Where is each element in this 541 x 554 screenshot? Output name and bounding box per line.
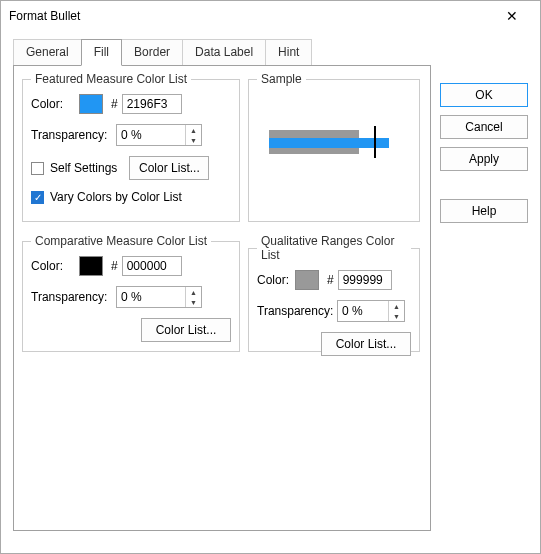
help-button[interactable]: Help <box>440 199 528 223</box>
ok-button[interactable]: OK <box>440 83 528 107</box>
spin-up-icon[interactable]: ▲ <box>389 301 404 311</box>
sample-group: Sample <box>248 72 420 222</box>
featured-transparency-label: Transparency: <box>31 128 116 142</box>
spin-up-icon[interactable]: ▲ <box>186 125 201 135</box>
spin-down-icon[interactable]: ▼ <box>389 311 404 321</box>
qualitative-legend: Qualitative Ranges Color List <box>257 234 411 262</box>
featured-transparency-spinner[interactable]: ▲▼ <box>116 124 202 146</box>
comparative-transparency-value[interactable] <box>117 287 185 307</box>
checkbox-checked-icon: ✓ <box>31 191 44 204</box>
self-settings-checkbox[interactable]: Self Settings <box>31 161 117 175</box>
apply-button[interactable]: Apply <box>440 147 528 171</box>
close-icon[interactable]: ✕ <box>492 1 532 31</box>
qualitative-color-list-button[interactable]: Color List... <box>321 332 411 356</box>
spin-down-icon[interactable]: ▼ <box>186 297 201 307</box>
spin-up-icon[interactable]: ▲ <box>186 287 201 297</box>
featured-transparency-value[interactable] <box>117 125 185 145</box>
self-settings-label: Self Settings <box>50 161 117 175</box>
checkbox-icon <box>31 162 44 175</box>
vary-colors-label: Vary Colors by Color List <box>50 190 182 204</box>
tab-data-label[interactable]: Data Label <box>182 39 266 65</box>
tab-general[interactable]: General <box>13 39 82 65</box>
qualitative-transparency-label: Transparency: <box>257 304 337 318</box>
sample-legend: Sample <box>257 72 306 86</box>
hash-label: # <box>111 259 118 273</box>
comparative-color-label: Color: <box>31 259 79 273</box>
qualitative-transparency-value[interactable] <box>338 301 388 321</box>
featured-color-label: Color: <box>31 97 79 111</box>
sample-comparative-marker <box>374 126 376 158</box>
tab-border[interactable]: Border <box>121 39 183 65</box>
title-bar: Format Bullet ✕ <box>1 1 540 31</box>
comparative-hex-input[interactable] <box>122 256 182 276</box>
vary-colors-checkbox[interactable]: ✓ Vary Colors by Color List <box>31 190 182 204</box>
hash-label: # <box>327 273 334 287</box>
button-sidebar: OK Cancel Apply Help <box>440 83 528 223</box>
qualitative-hex-input[interactable] <box>338 270 392 290</box>
comparative-transparency-spinner[interactable]: ▲▼ <box>116 286 202 308</box>
featured-hex-input[interactable] <box>122 94 182 114</box>
comparative-group: Comparative Measure Color List Color: # … <box>22 234 240 352</box>
sample-bullet-preview <box>269 124 399 164</box>
qualitative-color-swatch[interactable] <box>295 270 319 290</box>
window-title: Format Bullet <box>9 9 492 23</box>
comparative-legend: Comparative Measure Color List <box>31 234 211 248</box>
featured-group: Featured Measure Color List Color: # Tra… <box>22 72 240 222</box>
sample-featured-bar <box>269 138 389 148</box>
featured-color-swatch[interactable] <box>79 94 103 114</box>
qualitative-color-label: Color: <box>257 273 295 287</box>
tab-hint[interactable]: Hint <box>265 39 312 65</box>
featured-color-list-button[interactable]: Color List... <box>129 156 209 180</box>
dialog-content: General Fill Border Data Label Hint Feat… <box>1 31 540 553</box>
qualitative-transparency-spinner[interactable]: ▲▼ <box>337 300 405 322</box>
comparative-color-list-button[interactable]: Color List... <box>141 318 231 342</box>
tab-panel: Featured Measure Color List Color: # Tra… <box>13 65 431 531</box>
featured-legend: Featured Measure Color List <box>31 72 191 86</box>
cancel-button[interactable]: Cancel <box>440 115 528 139</box>
hash-label: # <box>111 97 118 111</box>
qualitative-group: Qualitative Ranges Color List Color: # T… <box>248 234 420 352</box>
tab-fill[interactable]: Fill <box>81 39 122 66</box>
comparative-color-swatch[interactable] <box>79 256 103 276</box>
spin-down-icon[interactable]: ▼ <box>186 135 201 145</box>
comparative-transparency-label: Transparency: <box>31 290 116 304</box>
tab-strip: General Fill Border Data Label Hint <box>13 39 431 65</box>
